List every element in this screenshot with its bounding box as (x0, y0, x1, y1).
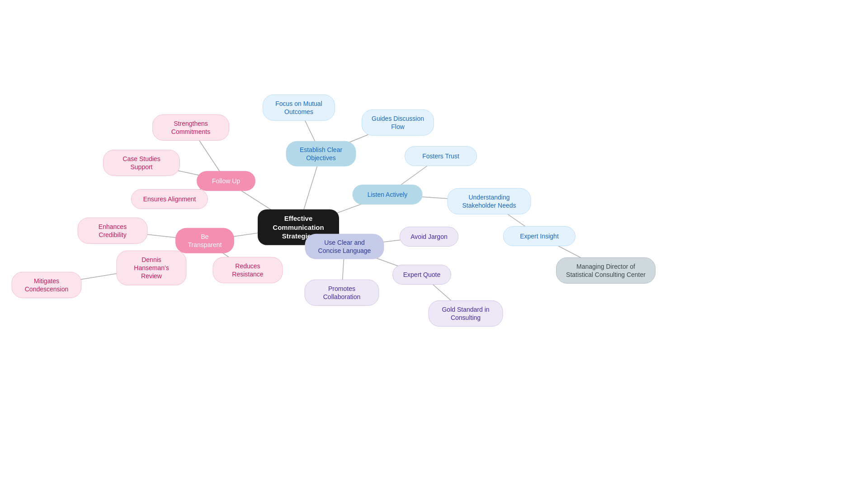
mindmap-canvas: Effective Communication StrategiesFollow… (0, 0, 868, 490)
node-useClearLanguage[interactable]: Use Clear and Concise Language (305, 234, 384, 259)
node-guidesDiscussionFlow[interactable]: Guides Discussion Flow (362, 109, 434, 136)
node-promotesCollaboration[interactable]: Promotes Collaboration (305, 280, 379, 306)
node-enhancesCredibility[interactable]: Enhances Credibility (78, 218, 148, 244)
node-expertInsight[interactable]: Expert Insight (503, 226, 576, 246)
node-expertQuote[interactable]: Expert Quote (392, 265, 451, 285)
node-followUp[interactable]: Follow Up (197, 171, 255, 191)
node-goldStandard[interactable]: Gold Standard in Consulting (429, 300, 503, 327)
node-establishClearObjectives[interactable]: Establish Clear Objectives (286, 141, 356, 167)
node-ensuresAlignment[interactable]: Ensures Alignment (131, 189, 208, 209)
node-focusMutualOutcomes[interactable]: Focus on Mutual Outcomes (263, 95, 335, 121)
node-dennisReview[interactable]: Dennis Hanseman's Review (117, 251, 187, 285)
node-mitigatesCondescension[interactable]: Mitigates Condescension (12, 272, 82, 298)
node-avoidJargon[interactable]: Avoid Jargon (400, 227, 458, 247)
node-listenActively[interactable]: Listen Actively (353, 185, 423, 205)
node-reducesResistance[interactable]: Reduces Resistance (213, 257, 283, 283)
node-beTransparent[interactable]: Be Transparent (175, 228, 234, 253)
node-managingDirector[interactable]: Managing Director of Statistical Consult… (556, 257, 656, 284)
node-understandingStakeholder[interactable]: Understanding Stakeholder Needs (448, 188, 531, 214)
node-caseStudiesSupport[interactable]: Case Studies Support (103, 150, 180, 176)
node-fostersTrust[interactable]: Fosters Trust (405, 146, 477, 166)
node-strengthensCommitments[interactable]: Strengthens Commitments (152, 114, 229, 141)
